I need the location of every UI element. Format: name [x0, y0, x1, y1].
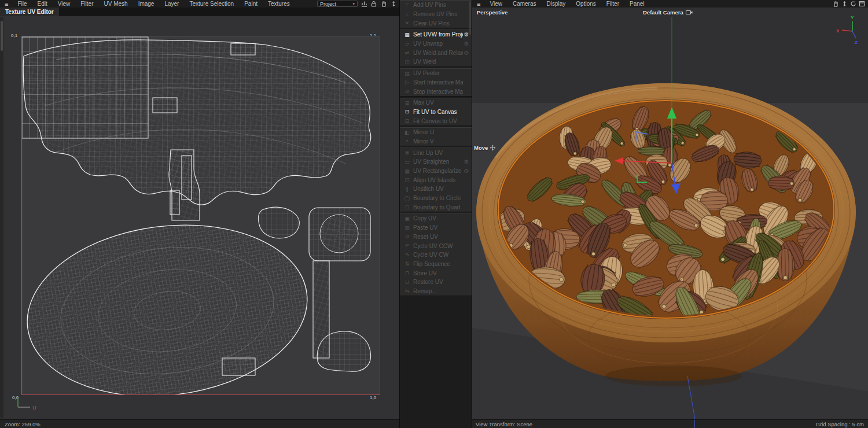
rectangularize-icon: ▦: [403, 168, 411, 174]
move-icon: [490, 145, 496, 151]
gear-icon[interactable]: ⚙: [463, 158, 470, 165]
project-dropdown[interactable]: Project ▾: [317, 1, 358, 7]
camera-icon: [686, 10, 693, 15]
straighten-icon: ▭: [403, 159, 411, 165]
menu-item-uv-weld: ◫UV Weld: [400, 57, 472, 67]
active-tool-label: Move: [474, 145, 496, 151]
viewport-menu-display[interactable]: Display: [542, 0, 571, 8]
menu-file[interactable]: File: [12, 0, 32, 8]
menu-image[interactable]: Image: [133, 0, 160, 8]
menu-view[interactable]: View: [53, 0, 76, 8]
grid-spacing-status: Grid Spacing : 5 cm: [816, 421, 868, 427]
menu-item-fit-uv-to-canvas[interactable]: ⊡Fit UV to Canvas: [400, 108, 472, 117]
gear-icon[interactable]: ⚙: [463, 40, 470, 47]
weld-relax-icon: ⇌: [403, 50, 411, 56]
uv-canvas-area[interactable]: 0,1 1,1 0,0 1,0: [0, 16, 399, 419]
gear-icon[interactable]: ⚙: [463, 50, 470, 56]
uv-editor-scrollbar[interactable]: [0, 17, 3, 418]
uv-island-base-square: [309, 208, 370, 261]
menu-item-flip-sequence: ⇅Flip Sequence: [400, 260, 472, 269]
uv-command-group: ⊤Add UV Pins⊥Remove UV Pins✕Clear UV Pin…: [400, 0, 472, 28]
uv-editor-tabstrip: Texture UV Editor: [0, 8, 399, 16]
menu-item-line-up-uv: ≣Line Up UV: [400, 148, 472, 157]
boundary-quad-icon: ◻: [403, 204, 411, 210]
view-label: Perspective: [477, 9, 507, 16]
menu-item-label: Unstitch UV: [413, 186, 463, 192]
menu-item-align-uv-islands: ◰Align UV Islands: [400, 175, 472, 185]
uv-canvas[interactable]: [21, 36, 380, 394]
maximize-icon[interactable]: [858, 1, 865, 7]
menu-item-label: Cycle UV CW: [413, 252, 463, 258]
camera-selector[interactable]: Default Camera: [643, 9, 693, 16]
view-transform-status: View Transform: Scene: [476, 421, 532, 427]
axis-z-label: Z: [855, 40, 858, 45]
zoom-vertical-icon[interactable]: [841, 1, 848, 7]
pan-icon[interactable]: [380, 1, 387, 7]
menu-item-add-uv-pins: ⊤Add UV Pins: [400, 1, 472, 10]
3d-viewport[interactable]: Y X Z: [472, 8, 868, 419]
pin-add-icon: ⊤: [403, 2, 411, 8]
histogram-icon[interactable]: [361, 1, 367, 7]
menu-item-copy-uv: ▣Copy UV: [400, 214, 472, 223]
viewport-menu-panel[interactable]: Panel: [624, 0, 650, 8]
uv-wireframe: [21, 36, 380, 395]
menu-item-label: UV Rectangularize: [413, 168, 463, 174]
menu-item-label: Fit UV to Canvas: [413, 109, 463, 115]
viewport-menu-filter[interactable]: Filter: [601, 0, 624, 8]
uv-commands-scrollbar[interactable]: [469, 1, 471, 35]
tab-texture-uv-editor[interactable]: Texture UV Editor: [0, 8, 59, 16]
zoom-vertical-icon[interactable]: [390, 1, 397, 7]
menu-item-label: Mirror U: [413, 129, 463, 135]
fit-canvas-icon: ⊟: [403, 118, 411, 124]
viewport-menu-view[interactable]: View: [484, 0, 507, 8]
menu-item-cycle-uv-cw: ↷Cycle UV CW: [400, 250, 472, 260]
flip-sequence-icon: ⇅: [403, 261, 411, 267]
menu-item-set-uvw-from-projection[interactable]: ▦Set UVW from Projection⚙: [400, 30, 472, 39]
menu-texture-selection[interactable]: Texture Selection: [184, 0, 239, 8]
menu-item-label: Mirror V: [413, 138, 463, 145]
menu-item-label: Align UV Islands: [413, 177, 463, 183]
menu-item-label: Store UV: [413, 270, 463, 276]
hamburger-icon[interactable]: ≡: [0, 1, 12, 8]
pod-stem: [668, 164, 672, 167]
menu-item-uv-unwrap: ▱UV Unwrap⚙: [400, 39, 472, 49]
orbit-icon[interactable]: [849, 1, 856, 7]
pan-icon[interactable]: [832, 1, 839, 7]
cycle-ccw-icon: ↶: [403, 243, 411, 249]
projection-icon: ▦: [403, 32, 411, 38]
menu-item-label: Cycle UV CCW: [413, 243, 463, 249]
stop-icon: ⊘: [403, 88, 411, 94]
camera-label: Default Camera: [643, 9, 683, 16]
menu-item-label: Boundary to Circle: [413, 195, 463, 201]
menu-paint[interactable]: Paint: [239, 0, 263, 8]
menu-textures[interactable]: Textures: [263, 0, 295, 8]
menu-layer[interactable]: Layer: [159, 0, 184, 8]
menu-item-max-uv: ⊞Max UV: [400, 98, 472, 108]
hamburger-icon[interactable]: ≡: [472, 1, 484, 8]
cycle-cw-icon: ↷: [403, 252, 411, 258]
menu-filter[interactable]: Filter: [75, 0, 98, 8]
clear-icon: ✕: [403, 20, 411, 26]
menu-item-label: Set UVW from Projection: [413, 31, 463, 38]
menu-item-boundary-to-circle: ◯Boundary to Circle: [400, 194, 472, 203]
viewport-menu-cameras[interactable]: Cameras: [507, 0, 542, 8]
menu-item-cycle-uv-ccw: ↶Cycle UV CCW: [400, 241, 472, 250]
boundary-circle-icon: ◯: [403, 195, 411, 201]
uv-corner-01: 0,1: [11, 33, 17, 38]
lock-icon[interactable]: [370, 1, 377, 7]
menu-edit[interactable]: Edit: [32, 0, 53, 8]
uv-command-group: ◧Mirror U◓Mirror V: [400, 127, 472, 146]
viewport-menubar: ≡ ViewCamerasDisplayOptionsFilterPanel: [472, 0, 868, 8]
menu-item-boundary-to-quad: ◻Boundary to Quad: [400, 202, 472, 212]
scrollbar-thumb[interactable]: [1, 21, 3, 51]
menu-item-uv-weld-and-relax: ⇌UV Weld and Relax⚙: [400, 48, 472, 57]
menu-item-restore-uv: ⊔Restore UV: [400, 278, 472, 287]
tool-name: Move: [474, 145, 488, 151]
menu-item-label: Remap...: [413, 288, 463, 294]
project-dropdown-label: Project: [320, 1, 336, 7]
gear-icon[interactable]: ⚙: [463, 168, 470, 174]
viewport-menu-options[interactable]: Options: [571, 0, 601, 8]
copy-icon: ▣: [403, 216, 411, 222]
menu-item-uv-peeler: ▤UV Peeler: [400, 69, 472, 78]
menu-uv-mesh[interactable]: UV Mesh: [99, 0, 133, 8]
